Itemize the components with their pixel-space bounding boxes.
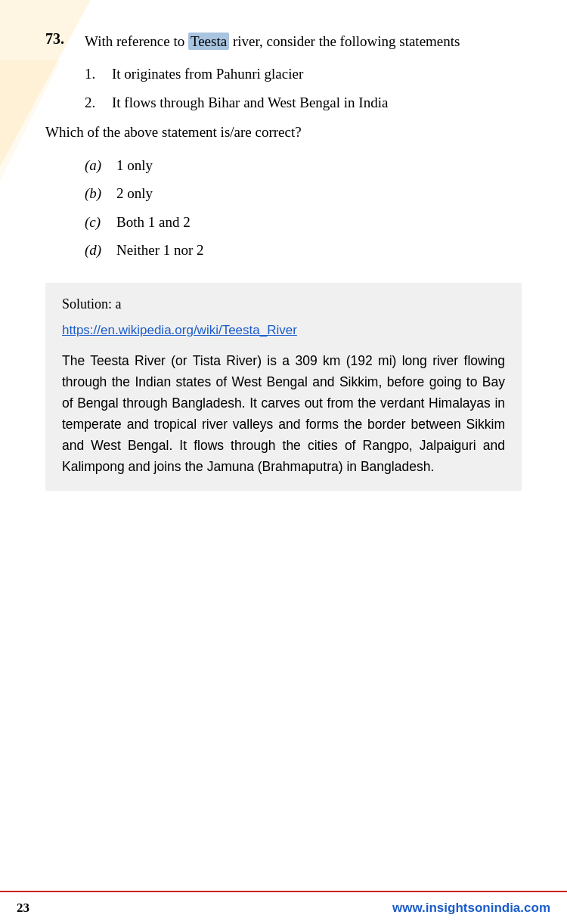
- question-block: 73. With reference to Teesta river, cons…: [45, 30, 522, 262]
- opt-label-a: (a): [85, 154, 116, 176]
- main-content: 73. With reference to Teesta river, cons…: [45, 30, 522, 491]
- opt-text-a: 1 only: [116, 154, 153, 176]
- question-intro-after: river, consider the following statements: [229, 33, 460, 49]
- highlight-teesta: Teesta: [188, 33, 229, 50]
- which-statement: Which of the above statement is/are corr…: [45, 121, 522, 143]
- question-text: With reference to Teesta river, consider…: [85, 30, 460, 52]
- solution-link[interactable]: https://en.wikipedia.org/wiki/Teesta_Riv…: [62, 323, 505, 338]
- opt-text-d: Neither 1 nor 2: [116, 239, 204, 261]
- option-d: (d) Neither 1 nor 2: [85, 239, 522, 261]
- solution-box: Solution: a https://en.wikipedia.org/wik…: [45, 283, 522, 491]
- opt-text-b: 2 only: [116, 182, 153, 204]
- solution-description: The Teesta River (or Tista River) is a 3…: [62, 350, 505, 477]
- stmt-num-1: 1.: [85, 63, 112, 85]
- option-c: (c) Both 1 and 2: [85, 211, 522, 233]
- footer-website: www.insightsonindia.com: [392, 901, 550, 916]
- question-number: 73.: [45, 30, 85, 48]
- statements-list: 1. It originates from Pahunri glacier 2.…: [85, 63, 522, 113]
- footer-page-number: 23: [17, 901, 29, 916]
- question-intro-before: With reference to: [85, 33, 188, 49]
- opt-label-d: (d): [85, 239, 116, 261]
- statement-1: 1. It originates from Pahunri glacier: [85, 63, 522, 85]
- stmt-text-2: It flows through Bihar and West Bengal i…: [112, 91, 522, 113]
- question-header: 73. With reference to Teesta river, cons…: [45, 30, 522, 52]
- options-list: (a) 1 only (b) 2 only (c) Both 1 and 2 (…: [85, 154, 522, 262]
- opt-label-b: (b): [85, 182, 116, 204]
- solution-label: Solution: a: [62, 296, 505, 312]
- page-container: 73. With reference to Teesta river, cons…: [0, 0, 567, 924]
- opt-label-c: (c): [85, 211, 116, 233]
- page-footer: 23 www.insightsonindia.com: [0, 891, 567, 924]
- option-b: (b) 2 only: [85, 182, 522, 204]
- statement-2: 2. It flows through Bihar and West Benga…: [85, 91, 522, 113]
- opt-text-c: Both 1 and 2: [116, 211, 191, 233]
- option-a: (a) 1 only: [85, 154, 522, 176]
- stmt-num-2: 2.: [85, 91, 112, 113]
- stmt-text-1: It originates from Pahunri glacier: [112, 63, 522, 85]
